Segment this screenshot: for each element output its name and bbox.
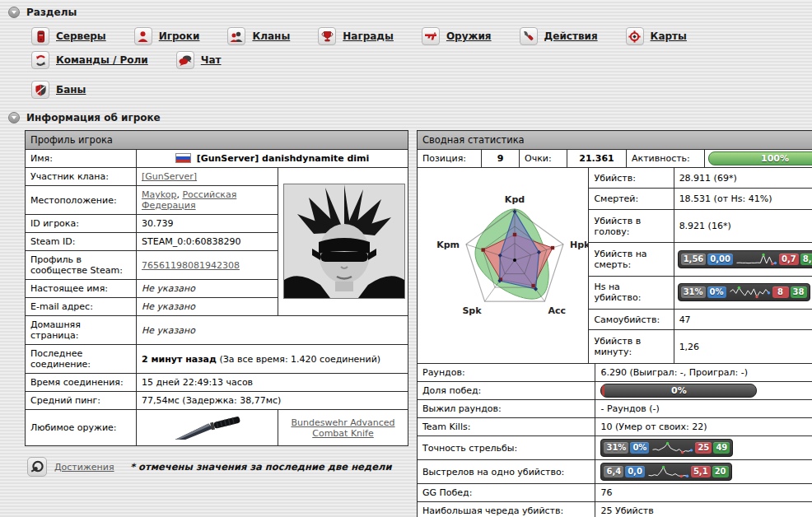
- sections-header: Разделы: [8, 7, 812, 18]
- accuracy-spark-widget: 31% 0% 25 49: [600, 439, 733, 457]
- clan-link[interactable]: [GunServer]: [142, 171, 197, 182]
- fav-weapon-image-cell: [137, 410, 278, 446]
- svg-text:Kpd: Kpd: [505, 194, 525, 205]
- headshots-value: 8.921 (16*): [674, 209, 812, 242]
- shots-per-kill-max-badge: 20: [712, 466, 729, 477]
- rounds-label: Раундов:: [418, 364, 595, 382]
- steam-id-value: STEAM_0:0:60838290: [137, 233, 278, 251]
- kill-streak-label: Наибольшая череда убийств:: [418, 502, 595, 517]
- location-city-link[interactable]: Maykop: [142, 189, 176, 200]
- hpk-min-badge: 8: [772, 286, 789, 298]
- homepage-value: Не указано: [137, 316, 408, 345]
- nav-chat[interactable]: Чат: [176, 51, 222, 69]
- page: Разделы Серверы Игроки Кланы Награды Ору…: [0, 0, 812, 517]
- kpd-label: Убийств на смерть:: [589, 243, 674, 276]
- nav-players-label: Игроки: [159, 30, 200, 42]
- chat-icon: [176, 51, 194, 69]
- fav-weapon-label: Любимое оружие:: [26, 410, 137, 446]
- activity-bar: 100%: [708, 151, 812, 165]
- nav-teams[interactable]: Команды / Роли: [31, 51, 148, 69]
- russia-flag-icon: [175, 153, 191, 163]
- deaths-value: 18.531 (от Hs: 41%): [674, 189, 812, 209]
- win-ratio-label: Доля побед:: [418, 382, 595, 400]
- svg-text:Hpk: Hpk: [570, 240, 589, 250]
- sections-title: Разделы: [26, 7, 77, 18]
- player-info-title: Информация об игроке: [26, 112, 161, 123]
- nav-teams-label: Команды / Роли: [56, 54, 148, 66]
- nav-awards-label: Награды: [343, 30, 394, 42]
- row-last-connect: Последнее соединение: 2 минут назад (За …: [26, 345, 408, 374]
- row-avg-ping: Средний пинг: 77,54мс (Задержка: 38,77мс…: [26, 392, 408, 410]
- hpk-max-badge: 38: [791, 286, 807, 298]
- steam-profile-label: Профиль в сообществе Steam:: [26, 251, 137, 280]
- bans-icon: [31, 81, 49, 99]
- kpd-current-badge: 0,00: [707, 254, 733, 265]
- row-clan: Участник клана: [GunServer]: [26, 168, 408, 186]
- position-value: 9: [482, 150, 520, 168]
- player-profile-panel: Профиль игрока Имя: [GunServer] danishdy…: [25, 130, 408, 446]
- kpd-spark-widget: 1,56 0,00 0,7 8,3: [678, 250, 812, 268]
- stats-header-table: Сводная статистика Позиция: 9 Очки: 21.3…: [417, 130, 812, 168]
- nav-weapons-label: Оружия: [446, 30, 492, 42]
- nav-actions-label: Действия: [544, 30, 598, 42]
- avatar: [283, 184, 405, 299]
- last-connect-label: Последнее соединение:: [26, 345, 137, 374]
- knife-icon: [158, 413, 257, 440]
- hpk-avg-badge: 31%: [681, 286, 706, 298]
- player-id-value: 30.739: [137, 215, 278, 233]
- gg-wins-label: GG Побед:: [418, 484, 595, 502]
- row-teamkills: Team Kills: 10 (Умер от своих: 22): [418, 418, 812, 436]
- kpd-min-badge: 0,7: [779, 254, 799, 265]
- email-label: E-mail адрес:: [26, 298, 137, 316]
- accuracy-max-badge: 49: [713, 442, 730, 454]
- weapons-icon: [422, 27, 440, 45]
- name-label: Имя:: [26, 150, 137, 168]
- nav-clans-label: Кланы: [252, 30, 290, 42]
- row-kill-streak: Наибольшая череда убийств: 25 Убийств: [418, 502, 812, 517]
- row-gg-wins: GG Побед: 76: [418, 484, 812, 502]
- suicides-value: 47: [674, 310, 812, 330]
- row-kills: KpdHpkAccSpkKpm Убийств: 28.911 (69*): [418, 168, 812, 189]
- radar-chart-cell: KpdHpkAccSpkKpm: [418, 168, 589, 364]
- svg-text:Spk: Spk: [462, 305, 482, 316]
- nav-clans[interactable]: Кланы: [227, 27, 290, 45]
- nav-bans[interactable]: Баны: [31, 81, 86, 99]
- content-panels: Профиль игрока Имя: [GunServer] danishdy…: [25, 130, 812, 517]
- nav-maps-label: Карты: [651, 30, 687, 42]
- achievements-link[interactable]: Достижения: [54, 462, 114, 473]
- achievements-row: Достижения * отмечены значения за послед…: [27, 457, 408, 477]
- clan-label: Участник клана:: [26, 168, 137, 186]
- steam-profile-link[interactable]: 76561198081942308: [142, 260, 240, 271]
- hpk-spark-widget: 31% 0% 8 38: [678, 283, 810, 301]
- fav-weapon-link[interactable]: Bundeswehr Advanced Combat Knife: [291, 417, 394, 439]
- nav-weapons[interactable]: Оружия: [422, 27, 492, 45]
- svg-text:Acc: Acc: [548, 305, 566, 316]
- nav-actions[interactable]: Действия: [520, 27, 598, 45]
- activity-bar-label: 100%: [761, 153, 789, 164]
- rounds-value: 6.290 (Выиграл: -, Проиграл: -): [595, 364, 812, 382]
- nav-maps[interactable]: Карты: [626, 27, 687, 45]
- player-name: [GunServer] danishdynamite dimi: [197, 153, 370, 164]
- row-accuracy: Точность стрельбы: 31% 0% 25 49: [418, 436, 812, 460]
- homepage-label: Домашняя страница:: [26, 316, 137, 345]
- row-fav-weapon: Любимое оружие: Bundeswehr: [26, 410, 408, 446]
- clans-icon: [227, 27, 245, 45]
- location-label: Местоположение:: [26, 186, 137, 215]
- nav-awards[interactable]: Награды: [318, 27, 394, 45]
- kills-label: Убийств:: [589, 168, 674, 189]
- nav-servers[interactable]: Серверы: [31, 27, 106, 45]
- teamkills-label: Team Kills:: [418, 418, 595, 436]
- row-survived: Выжил раундов: - Раундов (-): [418, 400, 812, 418]
- players-icon: [134, 27, 152, 45]
- hpk-label: Hs на убийство:: [589, 276, 674, 309]
- row-position-points-activity: Позиция: 9 Очки: 21.361 Активность: 100%: [418, 150, 812, 168]
- nav-servers-label: Серверы: [56, 30, 106, 42]
- stats-panel-title: Сводная статистика: [418, 131, 812, 150]
- hpk-current-badge: 0%: [707, 286, 726, 298]
- collapse-player-info-icon[interactable]: [8, 112, 20, 123]
- nav-players[interactable]: Игроки: [134, 27, 200, 45]
- collapse-sections-icon[interactable]: [8, 7, 20, 18]
- stats-bottom-table: Раундов: 6.290 (Выиграл: -, Проиграл: -)…: [417, 363, 812, 517]
- win-ratio-bar-label: 0%: [671, 385, 687, 396]
- survived-label: Выжил раундов:: [418, 400, 595, 418]
